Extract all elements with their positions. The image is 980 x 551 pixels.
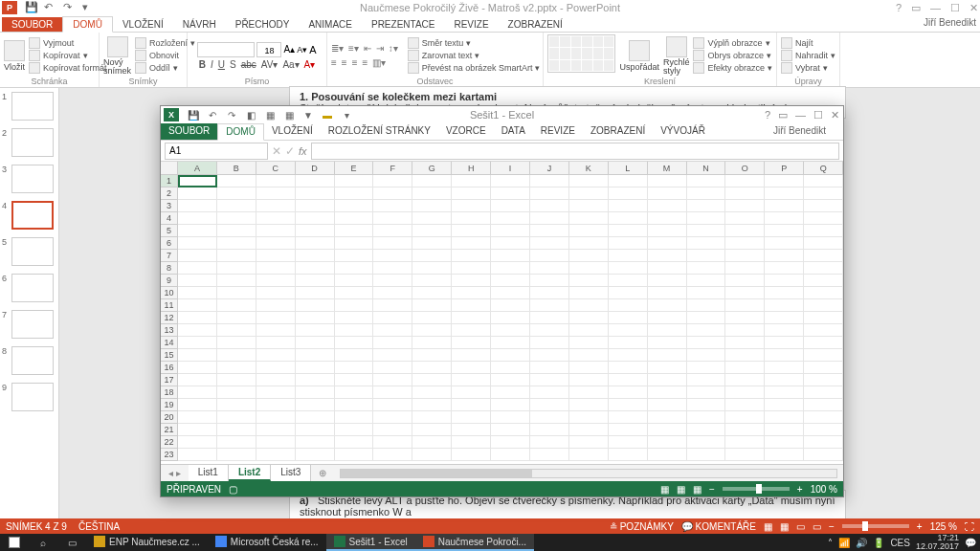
col-header-G[interactable]: G xyxy=(412,162,452,174)
cell-P22[interactable] xyxy=(765,436,804,449)
cell-E14[interactable] xyxy=(335,337,374,349)
cell-H1[interactable] xyxy=(452,175,491,187)
row-header-9[interactable]: 9 xyxy=(161,275,178,287)
row-header-19[interactable]: 19 xyxy=(161,399,178,411)
paste-button[interactable]: Vložit xyxy=(4,34,25,77)
cell-C6[interactable] xyxy=(256,237,296,250)
cell-Q16[interactable] xyxy=(804,362,843,374)
cell-M16[interactable] xyxy=(648,362,687,374)
cell-E15[interactable] xyxy=(335,349,374,362)
cell-Q4[interactable] xyxy=(804,212,843,225)
cell-Q9[interactable] xyxy=(804,275,843,287)
align-left-icon[interactable]: ≡ xyxy=(331,57,337,68)
taskbar-task[interactable]: ENP Naučmese.cz ... xyxy=(86,534,208,551)
cell-I19[interactable] xyxy=(491,399,530,411)
xl-user[interactable]: Jiří Benedikt xyxy=(773,125,826,136)
xl-qat-icon-2[interactable]: ▦ xyxy=(263,108,277,121)
cell-E2[interactable] xyxy=(335,187,374,200)
cell-L20[interactable] xyxy=(609,411,648,424)
cell-B17[interactable] xyxy=(217,374,256,386)
cell-B5[interactable] xyxy=(217,225,256,237)
cell-D2[interactable] xyxy=(296,187,335,200)
cell-C19[interactable] xyxy=(256,399,296,411)
find-button[interactable]: Najít xyxy=(781,37,835,49)
cell-I4[interactable] xyxy=(491,212,530,225)
cell-K9[interactable] xyxy=(569,275,609,287)
cell-I6[interactable] xyxy=(491,237,530,250)
cell-D10[interactable] xyxy=(296,287,335,299)
cell-D14[interactable] xyxy=(296,337,335,349)
cell-F12[interactable] xyxy=(373,312,412,324)
cell-M14[interactable] xyxy=(648,337,687,349)
tray-clock[interactable]: 17:21 12.07.2017 xyxy=(916,534,959,551)
cell-G14[interactable] xyxy=(412,337,452,349)
cell-D5[interactable] xyxy=(296,225,335,237)
col-header-C[interactable]: C xyxy=(256,162,296,174)
cell-J21[interactable] xyxy=(530,424,569,436)
cell-Q2[interactable] xyxy=(804,187,843,200)
xl-save-icon[interactable]: 💾 xyxy=(187,108,200,121)
tray-volume-icon[interactable]: 🔊 xyxy=(856,538,867,548)
cell-L19[interactable] xyxy=(609,399,648,411)
task-view-button[interactable]: ▭ xyxy=(57,534,86,551)
xl-minimize-icon[interactable]: — xyxy=(795,109,806,121)
cell-L5[interactable] xyxy=(609,225,648,237)
pp-tab-design[interactable]: NÁVRH xyxy=(173,17,226,32)
cell-A7[interactable] xyxy=(178,250,217,262)
cell-E16[interactable] xyxy=(335,362,374,374)
cell-D3[interactable] xyxy=(296,200,335,212)
cell-K1[interactable] xyxy=(569,175,609,187)
cell-O1[interactable] xyxy=(725,175,765,187)
col-header-K[interactable]: K xyxy=(569,162,609,174)
tray-battery-icon[interactable]: 🔋 xyxy=(873,538,884,548)
cell-H11[interactable] xyxy=(452,299,491,312)
cell-L21[interactable] xyxy=(609,424,648,436)
cell-C8[interactable] xyxy=(256,262,296,275)
cell-D18[interactable] xyxy=(296,386,335,399)
cell-G12[interactable] xyxy=(412,312,452,324)
cell-B1[interactable] xyxy=(217,175,256,187)
cell-O11[interactable] xyxy=(725,299,765,312)
text-direction-button[interactable]: Směr textu ▾ xyxy=(408,37,541,49)
cell-K15[interactable] xyxy=(569,349,609,362)
cell-N3[interactable] xyxy=(687,200,726,212)
help-icon[interactable]: ? xyxy=(896,2,902,14)
cell-N21[interactable] xyxy=(687,424,726,436)
cell-O22[interactable] xyxy=(725,436,765,449)
cell-H13[interactable] xyxy=(452,324,491,337)
cell-O17[interactable] xyxy=(725,374,765,386)
xl-qat-more-icon[interactable]: ▾ xyxy=(340,108,353,121)
cell-E5[interactable] xyxy=(335,225,374,237)
cell-N11[interactable] xyxy=(687,299,726,312)
cell-F16[interactable] xyxy=(373,362,412,374)
cell-P23[interactable] xyxy=(765,449,804,461)
cell-E19[interactable] xyxy=(335,399,374,411)
cell-A1[interactable] xyxy=(178,175,217,187)
cell-F8[interactable] xyxy=(373,262,412,275)
cell-M1[interactable] xyxy=(648,175,687,187)
cell-K20[interactable] xyxy=(569,411,609,424)
cell-L16[interactable] xyxy=(609,362,648,374)
align-right-icon[interactable]: ≡ xyxy=(352,57,358,68)
cell-J22[interactable] xyxy=(530,436,569,449)
row-header-21[interactable]: 21 xyxy=(161,424,178,436)
cell-B3[interactable] xyxy=(217,200,256,212)
row-header-18[interactable]: 18 xyxy=(161,386,178,399)
cell-P7[interactable] xyxy=(765,250,804,262)
cell-K14[interactable] xyxy=(569,337,609,349)
cell-A5[interactable] xyxy=(178,225,217,237)
cell-D6[interactable] xyxy=(296,237,335,250)
font-family-combo[interactable] xyxy=(197,42,255,57)
cell-G7[interactable] xyxy=(412,250,452,262)
cell-L6[interactable] xyxy=(609,237,648,250)
cell-D16[interactable] xyxy=(296,362,335,374)
xl-maximize-icon[interactable]: ☐ xyxy=(813,109,823,121)
cell-N5[interactable] xyxy=(687,225,726,237)
xl-tab-review[interactable]: REVIZE xyxy=(533,123,583,140)
cell-I3[interactable] xyxy=(491,200,530,212)
fit-window-icon[interactable]: ⛶ xyxy=(965,521,974,532)
cell-E18[interactable] xyxy=(335,386,374,399)
cell-P6[interactable] xyxy=(765,237,804,250)
cell-F21[interactable] xyxy=(373,424,412,436)
cell-F18[interactable] xyxy=(373,386,412,399)
